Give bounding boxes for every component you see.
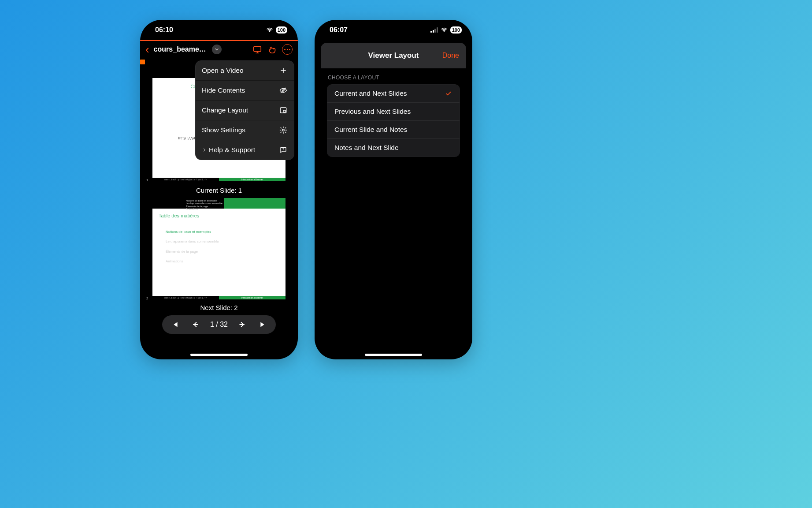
sheet-header: Viewer Layout Done	[321, 43, 466, 68]
dynamic-island	[187, 23, 251, 39]
option-label: Current and Next Slides	[334, 90, 407, 97]
chevron-right-icon	[202, 147, 207, 153]
next-slide-label: Next Slide: 2	[140, 304, 298, 311]
slide-nav-bar: 1 / 32	[162, 315, 276, 334]
dynamic-island	[362, 23, 425, 39]
status-indicators: 100	[266, 26, 287, 34]
check-icon	[445, 90, 452, 97]
slide1-index: 1	[146, 178, 148, 182]
present-icon[interactable]	[252, 44, 263, 55]
menu-label: Change Layout	[202, 106, 248, 114]
wifi-icon	[266, 26, 273, 34]
slide2-toc: Notions de base et exemples Le diaporama…	[152, 218, 285, 267]
option-current-and-notes[interactable]: Current Slide and Notes	[327, 121, 460, 139]
svg-rect-0	[254, 47, 261, 52]
slide2-footer-left: marc.bailly-bechet@univ-lyon1.fr	[152, 296, 219, 299]
option-current-and-next[interactable]: Current and Next Slides	[327, 85, 460, 103]
done-button[interactable]: Done	[442, 52, 459, 60]
status-indicators: 100	[430, 26, 462, 34]
layout-icon	[279, 106, 288, 115]
menu-hide-contents[interactable]: Hide Contents	[196, 81, 294, 101]
nav-prev-button[interactable]	[189, 320, 201, 329]
nav-counter[interactable]: 1 / 32	[210, 321, 228, 329]
menu-label: Help & Support	[209, 146, 255, 154]
cellular-icon	[430, 27, 438, 33]
sheet-title: Viewer Layout	[368, 51, 419, 60]
plus-icon	[279, 66, 288, 75]
nav-first-button[interactable]	[168, 320, 181, 329]
menu-label: Show Settings	[202, 126, 245, 134]
eye-off-icon	[279, 86, 288, 95]
home-indicator	[365, 354, 422, 356]
document-title[interactable]: cours_beamer…	[154, 45, 208, 53]
layout-options: Current and Next Slides Previous and Nex…	[327, 84, 460, 157]
current-slide-label: Current Slide: 1	[140, 187, 298, 194]
menu-help-support[interactable]: Help & Support ?	[196, 140, 294, 160]
wifi-icon	[441, 26, 448, 34]
phone-left: 06:10 100 ‹ cours_beamer… Open a Video	[140, 20, 298, 359]
status-time: 06:10	[155, 26, 173, 34]
slide1-footer-left: marc.bailly-bechet@univ-lyon1.fr	[152, 178, 219, 181]
layout-sheet: Viewer Layout Done CHOOSE A LAYOUT Curre…	[321, 43, 466, 157]
nav-next-button[interactable]	[236, 320, 248, 329]
app-header: ‹ cours_beamer…	[140, 40, 298, 59]
slide2-footer-right: Introduction à Beamer	[219, 296, 285, 299]
slide2-index: 2	[146, 296, 148, 300]
status-bar: 06:07 100	[315, 20, 472, 40]
status-time: 06:07	[330, 26, 348, 34]
option-label: Notes and Next Slide	[334, 144, 399, 152]
option-previous-and-next[interactable]: Previous and Next Slides	[327, 103, 460, 121]
slide-marker	[140, 60, 145, 64]
more-menu-popup: Open a Video Hide Contents Change Layout…	[195, 60, 294, 160]
battery-level: 100	[450, 26, 462, 34]
option-notes-and-next[interactable]: Notes and Next Slide	[327, 139, 460, 157]
menu-label: Open a Video	[202, 67, 244, 75]
nav-last-button[interactable]	[257, 320, 270, 329]
svg-point-5	[282, 129, 285, 131]
gear-icon	[279, 126, 288, 134]
slide2-header-strip: Notions de base et exemples Le diaporama…	[152, 198, 285, 209]
next-slide[interactable]: Notions de base et exemples Le diaporama…	[152, 198, 285, 299]
option-label: Previous and Next Slides	[334, 108, 411, 116]
svg-text:?: ?	[282, 148, 284, 151]
option-label: Current Slide and Notes	[334, 126, 407, 134]
menu-open-video[interactable]: Open a Video	[196, 61, 294, 81]
help-chat-icon: ?	[279, 146, 288, 154]
slide1-footer-right: Introduction à Beamer	[219, 178, 285, 181]
menu-change-layout[interactable]: Change Layout	[196, 101, 294, 120]
section-label: CHOOSE A LAYOUT	[321, 68, 466, 84]
wave-icon[interactable]	[267, 44, 278, 55]
more-menu-button[interactable]	[282, 44, 293, 55]
home-indicator	[190, 354, 248, 356]
menu-show-settings[interactable]: Show Settings	[196, 120, 294, 140]
status-bar: 06:10 100	[140, 20, 298, 40]
phone-right: 06:07 100 Viewer Layout Done CHOOSE A LA…	[315, 20, 472, 359]
svg-rect-4	[283, 110, 285, 112]
title-dropdown-toggle[interactable]	[212, 45, 222, 54]
back-button[interactable]: ‹	[145, 44, 149, 55]
battery-level: 100	[276, 26, 287, 34]
menu-label: Hide Contents	[202, 86, 245, 94]
